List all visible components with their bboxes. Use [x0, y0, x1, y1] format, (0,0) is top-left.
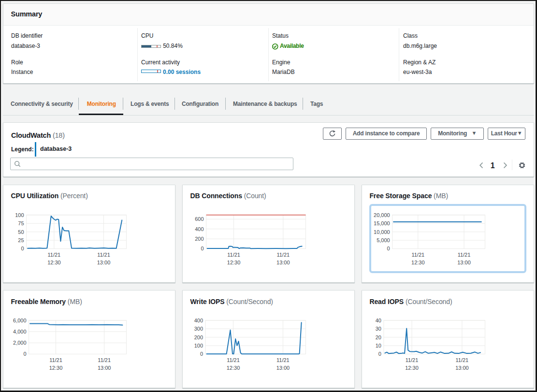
svg-text:0: 0	[200, 351, 203, 357]
svg-text:11/21: 11/21	[97, 251, 110, 257]
svg-text:13:00: 13:00	[97, 365, 111, 371]
svg-text:11/21: 11/21	[227, 251, 240, 257]
svg-text:12:30: 12:30	[227, 260, 240, 265]
svg-text:4,000: 4,000	[13, 329, 27, 334]
svg-text:300: 300	[194, 326, 203, 332]
svg-text:13:00: 13:00	[455, 365, 469, 371]
svg-text:13:00: 13:00	[457, 260, 471, 265]
svg-text:11/21: 11/21	[47, 251, 60, 257]
svg-text:11/21: 11/21	[98, 357, 111, 363]
svg-text:12:30: 12:30	[405, 365, 419, 371]
svg-text:20: 20	[375, 334, 381, 340]
svg-text:5,000: 5,000	[377, 237, 390, 243]
svg-text:200: 200	[195, 236, 203, 242]
svg-text:11/21: 11/21	[227, 357, 240, 363]
svg-text:2,000: 2,000	[13, 340, 27, 346]
svg-text:10,000: 10,000	[374, 229, 390, 234]
svg-text:0: 0	[21, 246, 24, 251]
svg-text:0: 0	[378, 351, 381, 357]
svg-text:30: 30	[375, 326, 381, 332]
svg-text:12:30: 12:30	[411, 260, 425, 265]
svg-text:11/21: 11/21	[411, 251, 424, 257]
svg-text:11/21: 11/21	[276, 357, 290, 363]
svg-text:12:30: 12:30	[47, 260, 61, 265]
svg-text:400: 400	[195, 226, 203, 232]
svg-text:13:00: 13:00	[276, 260, 290, 265]
svg-text:12:30: 12:30	[49, 365, 62, 371]
svg-text:6,000: 6,000	[13, 318, 27, 323]
svg-text:200: 200	[194, 334, 203, 340]
svg-text:11/21: 11/21	[49, 357, 62, 363]
svg-text:75: 75	[18, 220, 24, 226]
svg-text:600: 600	[195, 216, 203, 222]
svg-text:13:00: 13:00	[97, 260, 110, 265]
svg-text:0: 0	[387, 246, 390, 251]
svg-text:40: 40	[375, 318, 381, 323]
svg-text:11/21: 11/21	[405, 357, 418, 363]
svg-text:11/21: 11/21	[455, 357, 468, 363]
svg-text:11/21: 11/21	[457, 251, 470, 257]
svg-text:12:30: 12:30	[226, 365, 240, 371]
svg-text:0: 0	[23, 351, 26, 357]
svg-text:50: 50	[18, 229, 24, 234]
svg-text:15,000: 15,000	[374, 220, 390, 226]
svg-text:25: 25	[18, 237, 24, 243]
svg-text:11/21: 11/21	[276, 251, 290, 257]
svg-text:100: 100	[15, 212, 24, 218]
svg-text:10: 10	[375, 343, 381, 348]
svg-text:100: 100	[194, 343, 203, 348]
svg-text:0: 0	[201, 246, 203, 251]
svg-text:20,000: 20,000	[374, 212, 390, 218]
svg-text:400: 400	[194, 318, 203, 323]
svg-text:13:00: 13:00	[276, 365, 290, 371]
